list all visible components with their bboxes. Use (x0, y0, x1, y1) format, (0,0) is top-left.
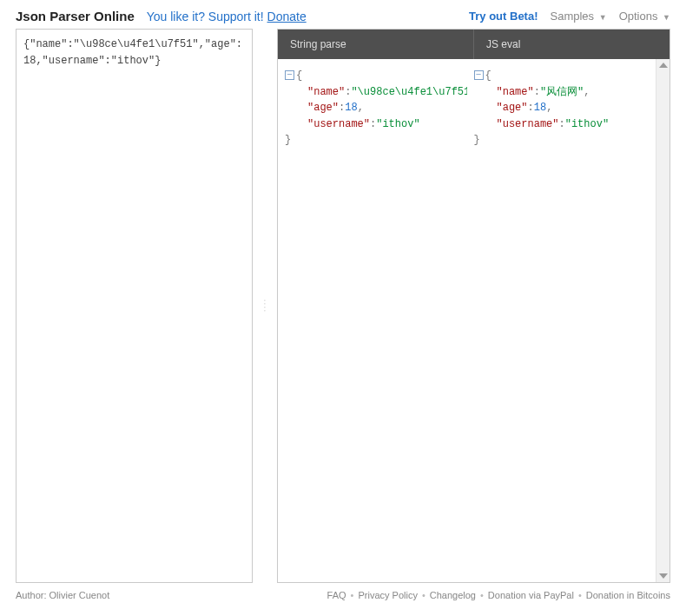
chevron-down-icon: ▼ (663, 13, 670, 22)
splitter-handle[interactable]: ···· (261, 29, 268, 583)
footer-links: FAQ•Privacy Policy•Changelog•Donation vi… (327, 590, 670, 600)
tab-js-eval[interactable]: JS eval (473, 30, 670, 59)
tabs: String parse JS eval (278, 30, 670, 59)
link-faq[interactable]: FAQ (327, 590, 346, 600)
pane-string-parse: −{ "name":"\u98ce\u4fe1\u7f51", "age":18… (278, 59, 467, 582)
workspace: ···· String parse JS eval −{ "name":"\u9… (0, 29, 686, 583)
footer: Author: Olivier Cuenot FAQ•Privacy Polic… (0, 583, 686, 611)
collapse-icon[interactable]: − (474, 70, 484, 80)
nav-samples[interactable]: Samples ▼ (551, 10, 607, 23)
link-changelog[interactable]: Changelog (430, 590, 476, 600)
nav-options[interactable]: Options ▼ (619, 10, 670, 23)
pane-js-eval: −{ "name":"风信网", "age":18, "username":"i… (467, 59, 656, 582)
link-paypal[interactable]: Donation via PayPal (488, 590, 574, 600)
link-bitcoin[interactable]: Donation in Bitcoins (586, 590, 670, 600)
author-text: Author: Olivier Cuenot (16, 590, 109, 600)
output-panes: −{ "name":"\u98ce\u4fe1\u7f51", "age":18… (278, 59, 670, 582)
link-privacy[interactable]: Privacy Policy (358, 590, 417, 600)
nav-beta[interactable]: Try out Beta! (469, 10, 538, 23)
json-input[interactable] (16, 29, 253, 583)
tab-string-parse[interactable]: String parse (278, 30, 473, 59)
support-prefix: You like it? Support it! (147, 10, 267, 23)
chevron-down-icon: ▼ (599, 13, 607, 22)
donate-link[interactable]: Donate (267, 10, 307, 23)
output-panel: String parse JS eval −{ "name":"\u98ce\u… (277, 29, 670, 583)
input-panel (16, 29, 253, 583)
scrollbar-vertical[interactable] (656, 59, 670, 582)
support-text: You like it? Support it! Donate (147, 10, 307, 23)
drag-dots-icon: ···· (264, 299, 267, 313)
collapse-icon[interactable]: − (285, 70, 294, 80)
page-title: Json Parser Online (16, 9, 135, 23)
header: Json Parser Online You like it? Support … (0, 0, 686, 29)
nav-right: Try out Beta! Samples ▼ Options ▼ (469, 10, 670, 23)
